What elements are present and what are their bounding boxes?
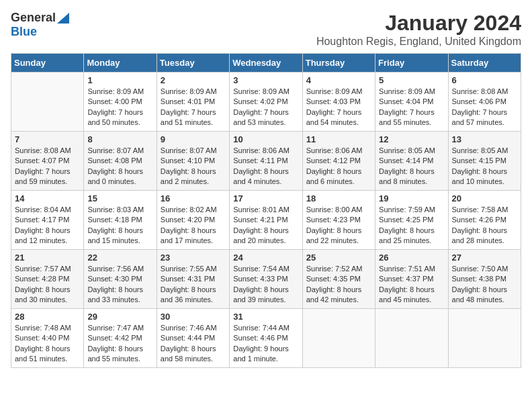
day-number: 8 (87, 134, 152, 144)
calendar-cell: 4Sunrise: 8:09 AMSunset: 4:03 PMDaylight… (302, 73, 375, 132)
day-number: 7 (15, 134, 80, 144)
calendar-cell: 3Sunrise: 8:09 AMSunset: 4:02 PMDaylight… (230, 73, 302, 132)
day-number: 12 (379, 134, 444, 144)
day-number: 28 (15, 312, 80, 322)
calendar-cell: 9Sunrise: 8:07 AMSunset: 4:10 PMDaylight… (157, 132, 229, 191)
day-info: Sunrise: 7:44 AMSunset: 4:46 PMDaylight:… (233, 323, 298, 365)
day-number: 18 (306, 193, 371, 203)
calendar-cell: 28Sunrise: 7:48 AMSunset: 4:40 PMDayligh… (11, 309, 84, 368)
page-header: General Blue January 2024 Houghton Regis… (11, 11, 521, 48)
day-info: Sunrise: 8:09 AMSunset: 4:04 PMDaylight:… (379, 87, 444, 128)
day-number: 31 (233, 312, 298, 322)
calendar-cell: 11Sunrise: 8:06 AMSunset: 4:12 PMDayligh… (302, 132, 375, 191)
day-info: Sunrise: 8:04 AMSunset: 4:17 PMDaylight:… (15, 205, 80, 246)
logo-icon (57, 13, 69, 24)
day-info: Sunrise: 7:47 AMSunset: 4:42 PMDaylight:… (87, 323, 152, 365)
day-number: 13 (452, 134, 517, 144)
calendar-cell: 8Sunrise: 8:07 AMSunset: 4:08 PMDaylight… (84, 132, 157, 191)
day-number: 23 (161, 253, 226, 263)
day-number: 6 (452, 75, 517, 85)
day-number: 11 (306, 134, 371, 144)
day-info: Sunrise: 8:07 AMSunset: 4:08 PMDaylight:… (87, 146, 152, 187)
day-number: 22 (87, 253, 152, 263)
day-info: Sunrise: 8:03 AMSunset: 4:18 PMDaylight:… (87, 205, 152, 246)
calendar-cell: 18Sunrise: 8:00 AMSunset: 4:23 PMDayligh… (302, 191, 375, 250)
calendar-day-header: Friday (375, 54, 448, 73)
day-number: 25 (306, 253, 371, 263)
day-info: Sunrise: 8:09 AMSunset: 4:00 PMDaylight:… (87, 87, 152, 128)
calendar-cell: 21Sunrise: 7:57 AMSunset: 4:28 PMDayligh… (11, 250, 84, 309)
day-number: 14 (15, 193, 80, 203)
calendar-header-row: SundayMondayTuesdayWednesdayThursdayFrid… (11, 54, 521, 73)
calendar-cell: 1Sunrise: 8:09 AMSunset: 4:00 PMDaylight… (84, 73, 157, 132)
day-number: 1 (87, 75, 152, 85)
day-info: Sunrise: 7:52 AMSunset: 4:35 PMDaylight:… (306, 264, 371, 306)
day-info: Sunrise: 7:59 AMSunset: 4:25 PMDaylight:… (379, 205, 444, 246)
day-info: Sunrise: 7:57 AMSunset: 4:28 PMDaylight:… (15, 264, 80, 306)
day-number: 10 (233, 134, 298, 144)
month-title: January 2024 (316, 11, 521, 36)
day-number: 29 (87, 312, 152, 322)
day-info: Sunrise: 8:07 AMSunset: 4:10 PMDaylight:… (161, 146, 226, 187)
logo: General Blue (11, 11, 69, 39)
calendar-table: SundayMondayTuesdayWednesdayThursdayFrid… (11, 53, 521, 368)
day-info: Sunrise: 8:00 AMSunset: 4:23 PMDaylight:… (306, 205, 371, 246)
calendar-cell: 16Sunrise: 8:02 AMSunset: 4:20 PMDayligh… (157, 191, 229, 250)
day-info: Sunrise: 7:54 AMSunset: 4:33 PMDaylight:… (233, 264, 298, 306)
calendar-cell: 10Sunrise: 8:06 AMSunset: 4:11 PMDayligh… (230, 132, 302, 191)
day-info: Sunrise: 7:51 AMSunset: 4:37 PMDaylight:… (379, 264, 444, 306)
day-number: 21 (15, 253, 80, 263)
day-info: Sunrise: 7:46 AMSunset: 4:44 PMDaylight:… (161, 323, 226, 365)
calendar-cell: 31Sunrise: 7:44 AMSunset: 4:46 PMDayligh… (230, 309, 302, 368)
calendar-cell: 7Sunrise: 8:08 AMSunset: 4:07 PMDaylight… (11, 132, 84, 191)
day-number: 17 (233, 193, 298, 203)
day-number: 5 (379, 75, 444, 85)
calendar-day-header: Sunday (11, 54, 84, 73)
calendar-day-header: Thursday (302, 54, 375, 73)
day-info: Sunrise: 8:09 AMSunset: 4:01 PMDaylight:… (161, 87, 226, 128)
calendar-cell (302, 309, 375, 368)
day-number: 15 (87, 193, 152, 203)
calendar-week-row: 7Sunrise: 8:08 AMSunset: 4:07 PMDaylight… (11, 132, 521, 191)
calendar-cell: 27Sunrise: 7:50 AMSunset: 4:38 PMDayligh… (448, 250, 521, 309)
day-number: 2 (161, 75, 226, 85)
calendar-cell: 25Sunrise: 7:52 AMSunset: 4:35 PMDayligh… (302, 250, 375, 309)
calendar-cell: 12Sunrise: 8:05 AMSunset: 4:14 PMDayligh… (375, 132, 448, 191)
day-number: 24 (233, 253, 298, 263)
day-info: Sunrise: 8:09 AMSunset: 4:02 PMDaylight:… (233, 87, 298, 128)
calendar-week-row: 28Sunrise: 7:48 AMSunset: 4:40 PMDayligh… (11, 309, 521, 368)
calendar-cell: 13Sunrise: 8:05 AMSunset: 4:15 PMDayligh… (448, 132, 521, 191)
day-number: 3 (233, 75, 298, 85)
location-text: Houghton Regis, England, United Kingdom (316, 36, 521, 48)
calendar-day-header: Wednesday (230, 54, 302, 73)
day-info: Sunrise: 7:55 AMSunset: 4:31 PMDaylight:… (161, 264, 226, 306)
day-number: 9 (161, 134, 226, 144)
calendar-cell: 29Sunrise: 7:47 AMSunset: 4:42 PMDayligh… (84, 309, 157, 368)
day-info: Sunrise: 8:08 AMSunset: 4:07 PMDaylight:… (15, 146, 80, 187)
logo-blue-text: Blue (11, 25, 37, 39)
calendar-day-header: Tuesday (157, 54, 229, 73)
day-number: 19 (379, 193, 444, 203)
day-info: Sunrise: 7:56 AMSunset: 4:30 PMDaylight:… (87, 264, 152, 306)
calendar-cell: 26Sunrise: 7:51 AMSunset: 4:37 PMDayligh… (375, 250, 448, 309)
calendar-cell: 24Sunrise: 7:54 AMSunset: 4:33 PMDayligh… (230, 250, 302, 309)
day-info: Sunrise: 8:05 AMSunset: 4:14 PMDaylight:… (379, 146, 444, 187)
calendar-cell: 2Sunrise: 8:09 AMSunset: 4:01 PMDaylight… (157, 73, 229, 132)
title-section: January 2024 Houghton Regis, England, Un… (316, 11, 521, 48)
logo-general-text: General (11, 11, 56, 25)
calendar-cell: 19Sunrise: 7:59 AMSunset: 4:25 PMDayligh… (375, 191, 448, 250)
calendar-cell (375, 309, 448, 368)
calendar-cell: 15Sunrise: 8:03 AMSunset: 4:18 PMDayligh… (84, 191, 157, 250)
calendar-week-row: 21Sunrise: 7:57 AMSunset: 4:28 PMDayligh… (11, 250, 521, 309)
day-number: 30 (161, 312, 226, 322)
day-info: Sunrise: 8:08 AMSunset: 4:06 PMDaylight:… (452, 87, 517, 128)
calendar-cell (11, 73, 84, 132)
calendar-day-header: Saturday (448, 54, 521, 73)
day-info: Sunrise: 8:02 AMSunset: 4:20 PMDaylight:… (161, 205, 226, 246)
day-info: Sunrise: 7:48 AMSunset: 4:40 PMDaylight:… (15, 323, 80, 365)
calendar-cell (448, 309, 521, 368)
day-info: Sunrise: 8:01 AMSunset: 4:21 PMDaylight:… (233, 205, 298, 246)
calendar-cell: 20Sunrise: 7:58 AMSunset: 4:26 PMDayligh… (448, 191, 521, 250)
calendar-cell: 5Sunrise: 8:09 AMSunset: 4:04 PMDaylight… (375, 73, 448, 132)
svg-marker-0 (57, 13, 69, 24)
